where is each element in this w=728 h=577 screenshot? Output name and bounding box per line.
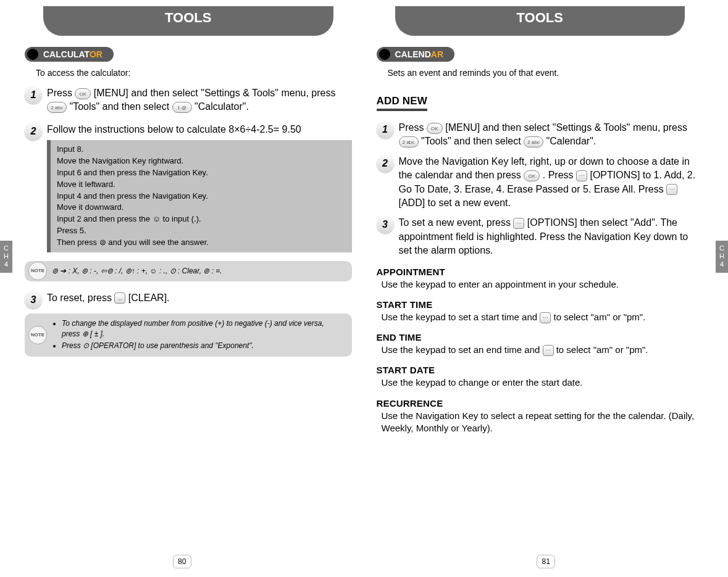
step-text: . Press — [543, 170, 576, 180]
chapter-tab-left: CH4 — [0, 241, 12, 273]
page-header-right: TOOLS — [395, 6, 685, 36]
cal-step-3: 3 To set a new event, press ⋯ [OPTIONS] … — [399, 216, 704, 257]
recurrence-heading: RECURRENCE — [377, 398, 704, 409]
text-fragment: to select "am" or "pm". — [556, 344, 648, 355]
step-text: "Tools" and then select — [421, 136, 524, 146]
start-time-heading: START TIME — [377, 299, 704, 310]
ok-key-icon: OK — [75, 88, 91, 99]
start-date-text: Use the keypad to change or enter the st… — [382, 376, 704, 389]
step-text: Press — [399, 122, 427, 133]
page-number-left: 80 — [173, 555, 191, 568]
step-text: [CLEAR]. — [128, 293, 170, 303]
soft-key-icon: ⋯ — [543, 345, 554, 356]
calc-step-1: 1 Press OK [MENU] and then select "Setti… — [47, 86, 352, 114]
start-date-heading: START DATE — [377, 365, 704, 375]
soft-key-icon: ⎵ — [114, 293, 125, 304]
step-text: To set a new event, press — [399, 217, 514, 228]
key-2abc-icon: 2 abc — [47, 102, 67, 113]
ok-key-icon: OK — [524, 170, 540, 181]
step-number-icon: 1 — [377, 121, 394, 138]
key-1-icon: 1 @ — [172, 102, 192, 113]
calc-step-2: 2 Follow the instructions below to calcu… — [47, 123, 352, 252]
note-icon: NOTE — [28, 262, 47, 280]
appointment-text: Use the keypad to enter an appointment i… — [382, 278, 704, 291]
chapter-tab-right: CH4 — [716, 241, 728, 273]
page-number-right: 81 — [537, 555, 555, 568]
step-text: Press — [47, 88, 75, 98]
note-box-operators: NOTE ⊚ ➔ : X, ⊚ : -, ⇦⊚ : /, ⊚↑ : +, ☺ :… — [25, 261, 352, 281]
step-number-icon: 1 — [25, 86, 42, 104]
step-text: [MENU] and then select "Settings & Tools… — [94, 88, 336, 98]
appointment-heading: APPOINTMENT — [377, 267, 704, 277]
cal-step-1: 1 Press OK [MENU] and then select "Setti… — [399, 121, 704, 149]
cal-step-2: 2 Move the Navigation Key left, right, u… — [399, 155, 704, 210]
intro-calculator: To access the calculator: — [36, 68, 352, 78]
note-list: To change the displayed number from posi… — [52, 318, 343, 351]
note-bullet: To change the displayed number from posi… — [62, 318, 343, 339]
soft-key-icon: ⋯ — [540, 312, 551, 323]
step-text: [ADD] to set a new event. — [399, 197, 511, 208]
ok-key-icon: OK — [427, 123, 443, 134]
step-text: "Calculator". — [195, 101, 249, 112]
soft-key-icon: ⋯ — [513, 218, 524, 229]
step-text: "Tools" and then select — [69, 101, 172, 112]
section-chip-text-b: OR — [90, 49, 103, 59]
page-header-left: TOOLS — [43, 6, 333, 36]
end-time-text: Use the keypad to set an end time and ⋯ … — [382, 344, 704, 356]
text-fragment: to select "am" or "pm". — [553, 312, 645, 322]
section-chip-calculator: CALCULATOR — [25, 47, 114, 62]
section-chip-text-a: CALEND — [395, 49, 431, 59]
section-chip-calendar: CALENDAR — [377, 47, 455, 62]
recurrence-text: Use the Navigation Key to select a repea… — [382, 410, 704, 435]
text-fragment: Use the keypad to set an end time and — [382, 344, 543, 355]
step-number-icon: 3 — [25, 291, 42, 309]
soft-key-icon: ⋯ — [666, 184, 677, 195]
note-text: ⊚ ➔ : X, ⊚ : -, ⇦⊚ : /, ⊚↑ : +, ☺ : ., ⊙… — [52, 267, 222, 275]
step-text: [MENU] and then select "Settings & Tools… — [445, 122, 687, 133]
instruction-box: Input 8. Move the Navigation Key rightwa… — [47, 140, 352, 252]
step-number-icon: 2 — [377, 155, 394, 172]
section-chip-text-a: CALCULAT — [43, 49, 90, 59]
step-number-icon: 3 — [377, 216, 394, 233]
section-chip-text-b: AR — [431, 49, 443, 59]
add-new-heading: ADD NEW — [377, 95, 428, 111]
intro-calendar: Sets an event and reminds you of that ev… — [388, 68, 704, 78]
soft-key-icon: ⋯ — [576, 170, 587, 181]
key-2abc-icon: 2 abc — [524, 136, 543, 147]
note-icon: NOTE — [28, 326, 47, 344]
step-text: "Calendar". — [546, 136, 596, 146]
note-bullet: Press ⊙ [OPERATOR] to use parenthesis an… — [62, 341, 343, 351]
step-text: Follow the instructions below to calcula… — [47, 124, 301, 135]
page-left: TOOLS CALCULATOR To access the calculato… — [0, 6, 364, 571]
start-time-text: Use the keypad to set a start time and ⋯… — [382, 311, 704, 323]
step-text: To reset, press — [47, 293, 114, 303]
end-time-heading: END TIME — [377, 332, 704, 342]
page-right: TOOLS CALENDAR Sets an event and reminds… — [364, 6, 729, 571]
calc-step-3: 3 To reset, press ⎵ [CLEAR]. — [47, 291, 352, 305]
text-fragment: Use the keypad to set a start time and — [382, 312, 540, 322]
key-2abc-icon: 2 abc — [399, 136, 419, 147]
step-number-icon: 2 — [25, 123, 42, 140]
note-box-tips: NOTE To change the displayed number from… — [25, 313, 352, 357]
